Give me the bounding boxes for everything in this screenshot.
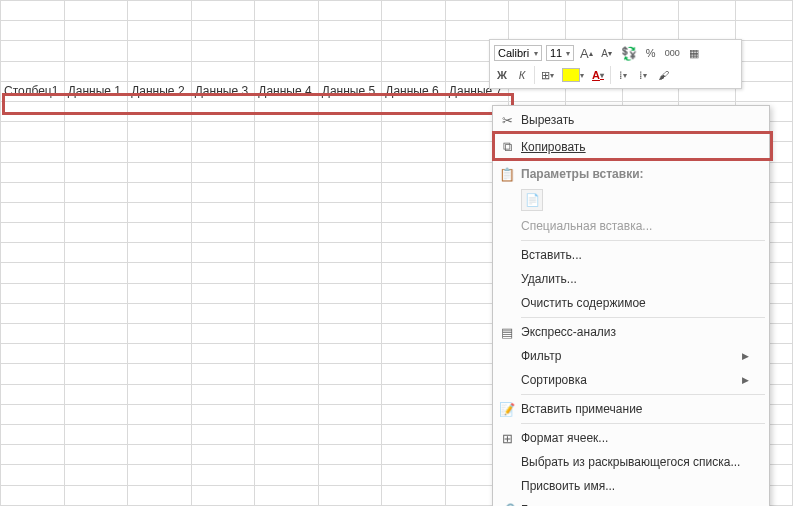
percent-format-button[interactable]: % [643, 44, 659, 62]
format-painter-button[interactable]: 🖌 [655, 66, 671, 84]
accounting-format-button[interactable]: 💱 [619, 44, 639, 62]
menu-sort[interactable]: Сортировка ▶ [493, 368, 769, 392]
separator [534, 66, 535, 84]
font-name-selector[interactable]: Calibri ▾ [494, 45, 542, 61]
cell-header-1[interactable]: Данные 1 [64, 81, 128, 101]
hyperlink-icon: 🔗 [493, 503, 521, 507]
menu-paste-options-label: Параметры вставки: [521, 167, 749, 181]
menu-insert-comment-label: Вставить примечание [521, 402, 749, 416]
menu-quick-analysis[interactable]: ▤ Экспресс-анализ [493, 320, 769, 344]
menu-sort-label: Сортировка [521, 373, 742, 387]
menu-format-cells[interactable]: ⊞ Формат ячеек... [493, 426, 769, 450]
menu-define-name[interactable]: Присвоить имя... [493, 474, 769, 498]
separator [610, 66, 611, 84]
chevron-down-icon: ▾ [534, 49, 538, 58]
borders-button[interactable]: ⊞▾ [539, 66, 556, 84]
scissors-icon: ✂ [493, 113, 521, 128]
menu-insert[interactable]: Вставить... [493, 243, 769, 267]
decrease-font-button[interactable]: A▾ [599, 44, 615, 62]
context-menu: ✂ Вырезать ⧉ Копировать 📋 Параметры вста… [492, 105, 770, 506]
font-size-value: 11 [550, 47, 562, 59]
menu-insert-comment[interactable]: 📝 Вставить примечание [493, 397, 769, 421]
cell-header-4[interactable]: Данные 4 [255, 81, 319, 101]
paste-option-button: 📄 [521, 189, 543, 211]
submenu-arrow-icon: ▶ [742, 375, 749, 385]
fill-color-button[interactable]: ▾ [560, 66, 586, 84]
cell-header-5[interactable]: Данные 5 [318, 81, 382, 101]
decrease-decimal-button[interactable]: ⁞▾ [615, 66, 631, 84]
menu-separator [521, 317, 765, 318]
increase-decimal-button[interactable]: ⁞▾ [635, 66, 651, 84]
paste-options-row: 📄 [493, 186, 769, 214]
fill-color-swatch [562, 68, 580, 82]
font-size-selector[interactable]: 11 ▾ [546, 45, 574, 61]
merge-center-button[interactable]: ▦ [686, 44, 702, 62]
menu-separator [521, 423, 765, 424]
menu-clear-contents-label: Очистить содержимое [521, 296, 749, 310]
menu-separator [521, 240, 765, 241]
italic-button[interactable]: К [514, 66, 530, 84]
menu-paste-special-label: Специальная вставка... [521, 219, 749, 233]
menu-filter-label: Фильтр [521, 349, 742, 363]
menu-quick-analysis-label: Экспресс-анализ [521, 325, 749, 339]
cell-header-2[interactable]: Данные 2 [128, 81, 192, 101]
menu-delete-label: Удалить... [521, 272, 749, 286]
format-cells-icon: ⊞ [493, 431, 521, 446]
menu-format-cells-label: Формат ячеек... [521, 431, 749, 445]
comment-icon: 📝 [493, 402, 521, 417]
cell-header-6[interactable]: Данные 6 [382, 81, 446, 101]
copy-icon: ⧉ [493, 139, 521, 155]
menu-filter[interactable]: Фильтр ▶ [493, 344, 769, 368]
increase-font-button[interactable]: A▴ [578, 44, 595, 62]
menu-pick-from-list-label: Выбрать из раскрывающегося списка... [521, 455, 749, 469]
menu-paste-special: Специальная вставка... [493, 214, 769, 238]
menu-delete[interactable]: Удалить... [493, 267, 769, 291]
menu-define-name-label: Присвоить имя... [521, 479, 749, 493]
cell-header-3[interactable]: Данные 3 [191, 81, 255, 101]
mini-toolbar: Calibri ▾ 11 ▾ A▴ A▾ 💱 % 000 ▦ Ж К ⊞▾ ▾ … [489, 39, 742, 89]
clipboard-icon: 📋 [493, 167, 521, 182]
menu-copy-label: Копировать [521, 140, 749, 154]
menu-pick-from-list[interactable]: Выбрать из раскрывающегося списка... [493, 450, 769, 474]
comma-format-button[interactable]: 000 [663, 44, 682, 62]
submenu-arrow-icon: ▶ [742, 351, 749, 361]
font-color-button[interactable]: A▾ [590, 66, 606, 84]
menu-insert-label: Вставить... [521, 248, 749, 262]
menu-cut[interactable]: ✂ Вырезать [493, 108, 769, 132]
menu-cut-label: Вырезать [521, 113, 749, 127]
menu-copy[interactable]: ⧉ Копировать [493, 132, 769, 162]
quick-analysis-icon: ▤ [493, 325, 521, 340]
bold-button[interactable]: Ж [494, 66, 510, 84]
cell-header-0[interactable]: Столбец1 [1, 81, 65, 101]
menu-clear-contents[interactable]: Очистить содержимое [493, 291, 769, 315]
chevron-down-icon: ▾ [566, 49, 570, 58]
menu-separator [521, 394, 765, 395]
menu-hyperlink[interactable]: 🔗 Гиперссылка... [493, 498, 769, 506]
menu-paste-options-header: 📋 Параметры вставки: [493, 162, 769, 186]
font-name-value: Calibri [498, 47, 529, 59]
